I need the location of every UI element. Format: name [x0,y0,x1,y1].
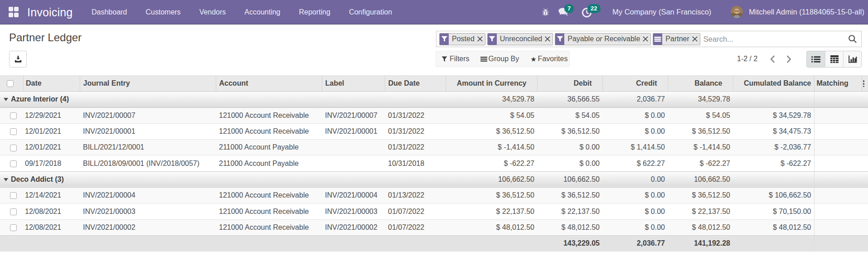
nav-item-dashboard[interactable]: Dashboard [82,0,136,24]
cell-cumulated_balance: $ 70,150.00 [733,203,814,219]
search-facet-partner[interactable]: Partner [653,33,700,45]
group-row[interactable]: Deco Addict (3)106,662.50106,662.500.001… [0,171,868,187]
row-select-checkbox[interactable] [10,192,17,199]
group-by-bars-icon [480,56,487,62]
row-select-checkbox[interactable] [10,160,17,167]
company-switcher[interactable]: My Company (San Francisco) [612,8,711,16]
view-switch-graph-button[interactable] [843,51,861,67]
column-header-matching[interactable]: Matching [814,76,862,92]
row-select-checkbox[interactable] [10,208,17,215]
column-header-cumulated_balance[interactable]: Cumulated Balance [733,76,814,92]
cell-due_date: 01/31/2022 [385,123,446,139]
row-select-checkbox[interactable] [10,128,17,135]
cell-account: 211000 Account Payable [216,155,322,171]
facet-remove-icon[interactable] [643,36,648,42]
apps-grid-icon [9,7,19,17]
group-by-button[interactable]: Group By [480,55,519,63]
column-header-toggle[interactable] [862,76,868,92]
group-aggregate-amount_currency: 34,529.78 [446,92,537,107]
cell-journal_entry: INV/2021/00007 [80,107,216,123]
apps-menu-button[interactable] [0,0,27,24]
group-aggregate-credit: 2,036.77 [602,92,668,107]
cell-matching [814,155,862,171]
nav-item-vendors[interactable]: Vendors [190,0,235,24]
facet-remove-icon[interactable] [692,36,698,42]
cell-matching [814,188,862,203]
column-header-label[interactable]: Label [322,76,385,92]
cell-date: 12/01/2021 [23,123,80,139]
column-header-credit[interactable]: Credit [602,76,668,92]
favorites-button[interactable]: ★ Favorites [530,55,567,63]
cell-date: 12/29/2021 [23,107,80,123]
ledger-line-row[interactable]: 12/01/2021BILL/2021/12/0001211000 Accoun… [0,140,868,155]
column-header-select[interactable] [0,76,23,92]
control-panel: Partner Ledger Posted Unreconciled [0,25,868,75]
filter-icon [555,34,564,45]
debug-bug-icon[interactable] [538,0,552,24]
column-header-date[interactable]: Date [23,76,80,92]
filter-funnel-icon [441,56,447,62]
view-switch-pivot-button[interactable] [825,51,843,67]
search-facet-posted[interactable]: Posted [439,33,485,45]
row-select-checkbox[interactable] [10,224,17,231]
ledger-line-row[interactable]: 12/08/2021INV/2021/00002121000 Account R… [0,219,868,235]
select-all-checkbox[interactable] [7,80,14,87]
search-facet-unreconciled[interactable]: Unreconciled [487,33,553,45]
ledger-line-row[interactable]: 09/17/2018BILL/2018/09/0001 (INV/2018/00… [0,155,868,171]
ledger-line-row[interactable]: 12/08/2021INV/2021/00003121000 Account R… [0,203,868,219]
column-header-debit[interactable]: Debit [537,76,602,92]
pager-previous-button[interactable] [770,55,775,63]
cell-matching [814,107,862,123]
cell-label: INV/2021/00001 [322,123,385,139]
cell-toggle-spacer [862,92,868,107]
facet-remove-icon[interactable] [545,36,550,42]
column-header-due_date[interactable]: Due Date [385,76,446,92]
filter-icon [557,36,563,42]
facet-label: Payable or Receivable [567,35,640,43]
activities-menu[interactable]: 22 [577,0,596,24]
column-header-amount_currency[interactable]: Amount in Currency [446,76,537,92]
group-by-icon [654,36,661,42]
export-download-button[interactable] [9,51,27,68]
optional-columns-icon[interactable] [863,80,865,87]
column-header-account[interactable]: Account [216,76,322,92]
row-select-checkbox[interactable] [10,112,17,119]
chevron-right-icon [786,55,792,63]
facet-remove-icon[interactable] [477,36,483,42]
cell-account: 121000 Account Receivable [216,188,322,203]
cell-date: 12/01/2021 [23,140,80,155]
nav-item-reporting[interactable]: Reporting [290,0,339,24]
app-menu: DashboardCustomersVendorsAccountingRepor… [82,0,401,24]
nav-item-configuration[interactable]: Configuration [339,0,401,24]
cell-label: INV/2021/00007 [322,107,385,123]
nav-item-customers[interactable]: Customers [136,0,190,24]
column-header-journal_entry[interactable]: Journal Entry [80,76,216,92]
column-header-balance[interactable]: Balance [668,76,733,92]
app-name[interactable]: Invoicing [27,0,73,24]
cell-balance: $ -622.27 [668,155,733,171]
cell-journal_entry: INV/2021/00001 [80,123,216,139]
download-icon [14,55,22,63]
row-select-cell [0,123,23,139]
cell-cumulated_balance: $ 34,529.78 [733,107,814,123]
view-switch-list-button[interactable] [807,51,825,67]
nav-item-accounting[interactable]: Accounting [235,0,290,24]
cell-cumulated_balance: $ -2,036.77 [733,140,814,155]
search-icon[interactable] [848,34,857,44]
group-row[interactable]: Azure Interior (4)34,529.7836,566.552,03… [0,92,868,107]
row-select-cell [0,107,23,123]
search-input[interactable] [702,35,848,44]
ledger-line-row[interactable]: 12/29/2021INV/2021/00007121000 Account R… [0,107,868,123]
row-select-checkbox[interactable] [10,145,17,151]
filters-button[interactable]: Filters [441,55,470,63]
search-facet-payable-or-receivable[interactable]: Payable or Receivable [555,33,651,45]
search-bar[interactable]: Posted Unreconciled Payable or Receivabl… [436,31,862,47]
ledger-line-row[interactable]: 12/01/2021INV/2021/00001121000 Account R… [0,123,868,139]
cell-amount_currency: $ 36,512.50 [446,188,537,203]
cell-balance: $ 22,137.50 [668,203,733,219]
user-menu[interactable]: Mitchell Admin (11884065-15-0-all) [731,6,864,18]
ledger-line-row[interactable]: 12/14/2021INV/2021/00004121000 Account R… [0,188,868,203]
pager-next-button[interactable] [786,55,792,63]
filter-icon [489,36,495,42]
messages-menu[interactable]: 7 [553,0,573,24]
